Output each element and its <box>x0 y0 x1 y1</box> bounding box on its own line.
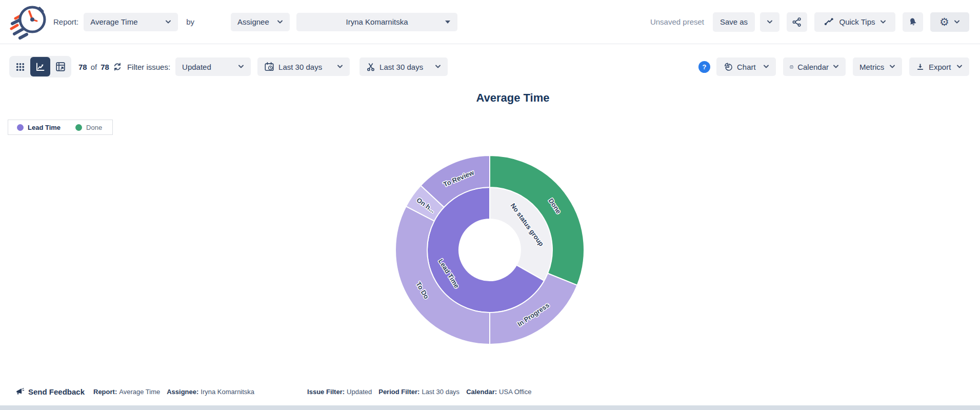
calendar-clock-icon <box>264 62 274 72</box>
grid-dots-icon <box>15 62 25 72</box>
chevron-down-icon <box>880 20 886 24</box>
app-root: Report: Average Time by Assignee Iryna K… <box>0 0 980 410</box>
filter-issues-label: Filter issues: <box>127 63 170 71</box>
chevron-down-icon <box>277 20 283 24</box>
sunburst-chart[interactable]: DoneNo status groupIn ProgressTo DoOn h.… <box>364 124 615 376</box>
summary-calendar: Calendar:USA Office <box>466 388 531 396</box>
calendar-menu-label: Calendar <box>797 63 829 71</box>
chevron-down-icon <box>954 20 960 24</box>
chevron-down-icon <box>337 65 343 69</box>
report-select[interactable]: Average Time <box>84 13 178 31</box>
calendar-icon <box>790 62 793 72</box>
chevron-down-icon <box>767 20 773 24</box>
period-filter-value: Last 30 days <box>278 63 322 71</box>
quick-tips-label: Quick Tips <box>839 17 875 26</box>
caret-down-icon <box>445 21 450 24</box>
share-icon <box>792 17 802 27</box>
help-button[interactable]: ? <box>698 61 710 73</box>
chevron-down-icon <box>956 65 963 69</box>
refresh-icon[interactable] <box>113 62 122 71</box>
summary-calendar-label: Calendar: <box>466 388 497 396</box>
app-logo[interactable] <box>6 3 48 41</box>
chart-title: Average Time <box>454 91 572 105</box>
summary-issue-filter: Issue Filter:Updated <box>307 388 372 396</box>
view-pivot-button[interactable] <box>50 57 70 76</box>
view-toggle-group <box>9 56 71 77</box>
summary-report-label: Report: <box>93 388 117 396</box>
chart-menu-label: Chart <box>737 63 756 71</box>
issue-filter-select[interactable]: Updated <box>175 57 251 76</box>
save-as-button[interactable]: Save as <box>713 12 755 32</box>
issue-count-total: 78 <box>101 63 109 71</box>
toolbar: 78 of 78 Filter issues: Updated L <box>0 50 980 83</box>
chart-menu-button[interactable]: Chart <box>716 57 776 76</box>
view-grid-button[interactable] <box>10 57 30 76</box>
pie-chart-icon <box>723 62 733 72</box>
stopwatch-logo-icon <box>7 4 47 40</box>
issue-count: 78 of 78 <box>78 62 122 71</box>
period-filter-select[interactable]: Last 30 days <box>257 57 350 76</box>
save-as-label: Save as <box>720 17 748 26</box>
legend-label-lead-time[interactable]: Lead Time <box>28 124 61 131</box>
footer: Send Feedback Report:Average Time Assign… <box>0 382 980 401</box>
summary-period-filter-value: Last 30 days <box>422 388 459 396</box>
summary-report: Report:Average Time <box>93 388 160 396</box>
quick-tips-button[interactable]: Quick Tips <box>814 12 895 32</box>
summary-assignee-label: Assignee: <box>167 388 198 396</box>
pivot-table-icon <box>55 62 66 72</box>
assignee-select[interactable]: Iryna Komarnitska <box>296 13 457 31</box>
issue-count-current: 78 <box>78 63 87 71</box>
window-bottom-edge <box>0 405 980 410</box>
preset-status: Unsaved preset <box>650 17 704 26</box>
footer-summary: Report:Average Time Assignee:Iryna Komar… <box>93 382 531 401</box>
save-options-button[interactable] <box>760 12 779 32</box>
calendar-menu-button[interactable]: Calendar <box>783 57 846 76</box>
report-select-value: Average Time <box>90 17 137 26</box>
group-by-select[interactable]: Assignee <box>231 13 290 31</box>
notifications-button[interactable] <box>903 12 923 32</box>
chevron-down-icon <box>238 65 244 69</box>
summary-assignee-value: Iryna Komarnitska <box>201 388 254 396</box>
group-by-select-value: Assignee <box>237 17 269 26</box>
issue-count-of: of <box>91 63 97 71</box>
trend-steps-icon <box>824 16 834 27</box>
megaphone-icon <box>15 387 25 396</box>
by-label: by <box>186 17 194 26</box>
legend-label-done[interactable]: Done <box>86 124 102 131</box>
header: Report: Average Time by Assignee Iryna K… <box>0 0 980 44</box>
summary-issue-filter-value: Updated <box>347 388 372 396</box>
download-icon <box>916 63 925 71</box>
chevron-down-icon <box>435 65 441 69</box>
summary-period-filter-label: Period Filter: <box>378 388 419 396</box>
export-menu-button[interactable]: Export <box>909 57 969 76</box>
summary-calendar-value: USA Office <box>499 388 531 396</box>
assignee-select-value: Iryna Komarnitska <box>346 17 408 26</box>
report-label: Report: <box>53 17 78 26</box>
view-chart-button[interactable] <box>30 57 50 76</box>
export-menu-label: Export <box>929 63 951 71</box>
chevron-down-icon <box>833 65 839 69</box>
summary-report-value: Average Time <box>119 388 160 396</box>
summary-assignee: Assignee:Iryna Komarnitska <box>167 388 254 396</box>
settings-button[interactable]: ⚙ <box>930 12 969 32</box>
metrics-menu-button[interactable]: Metrics <box>853 57 902 76</box>
scissors-icon <box>366 62 375 71</box>
summary-period-filter: Period Filter:Last 30 days <box>378 388 459 396</box>
send-feedback-button[interactable]: Send Feedback <box>15 382 85 401</box>
share-button[interactable] <box>787 12 807 32</box>
issue-filter-value: Updated <box>182 63 211 71</box>
slice-filter-select[interactable]: Last 30 days <box>359 57 448 76</box>
chevron-down-icon <box>763 65 769 69</box>
line-chart-icon <box>35 62 46 72</box>
chart-legend[interactable]: Lead Time Done <box>8 120 113 135</box>
legend-dot-done <box>75 124 82 131</box>
send-feedback-label: Send Feedback <box>28 387 85 396</box>
summary-issue-filter-label: Issue Filter: <box>307 388 345 396</box>
slice-filter-value: Last 30 days <box>379 63 423 71</box>
gear-icon: ⚙ <box>939 16 949 27</box>
question-mark-icon: ? <box>703 63 707 71</box>
metrics-menu-label: Metrics <box>859 63 884 71</box>
chevron-down-icon <box>165 20 171 24</box>
chevron-down-icon <box>889 65 895 69</box>
legend-dot-lead-time <box>17 124 24 131</box>
